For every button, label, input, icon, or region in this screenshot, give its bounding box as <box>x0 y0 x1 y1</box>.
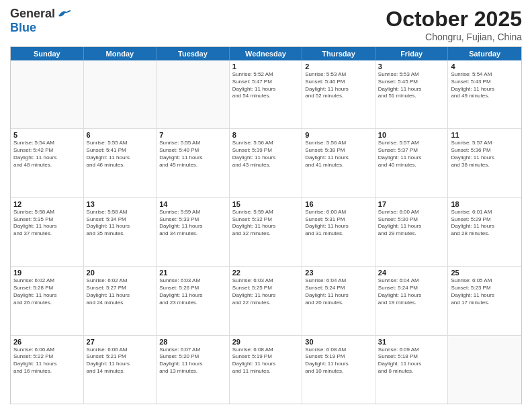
day-info: Sunrise: 6:06 AM Sunset: 5:22 PM Dayligh… <box>13 347 81 375</box>
calendar-day-cell: 1Sunrise: 5:52 AM Sunset: 5:47 PM Daylig… <box>230 60 303 128</box>
calendar-day-cell: 25Sunrise: 6:05 AM Sunset: 5:23 PM Dayli… <box>448 267 521 334</box>
calendar-day-cell: 26Sunrise: 6:06 AM Sunset: 5:22 PM Dayli… <box>11 336 84 404</box>
day-info: Sunrise: 6:06 AM Sunset: 5:21 PM Dayligh… <box>87 347 154 375</box>
day-info: Sunrise: 5:56 AM Sunset: 5:38 PM Dayligh… <box>305 140 372 169</box>
day-number: 16 <box>305 200 372 208</box>
calendar-day-cell: 22Sunrise: 6:03 AM Sunset: 5:25 PM Dayli… <box>230 267 303 334</box>
calendar-day-cell: 24Sunrise: 6:04 AM Sunset: 5:24 PM Dayli… <box>375 267 449 334</box>
calendar-day-cell: 2Sunrise: 5:53 AM Sunset: 5:46 PM Daylig… <box>302 60 375 128</box>
day-number: 27 <box>87 338 154 346</box>
day-number: 10 <box>378 131 445 139</box>
calendar-location: Chongru, Fujian, China <box>386 32 522 42</box>
calendar-week-row: 5Sunrise: 5:54 AM Sunset: 5:42 PM Daylig… <box>11 129 521 197</box>
day-info: Sunrise: 6:08 AM Sunset: 5:19 PM Dayligh… <box>232 347 300 375</box>
day-number: 30 <box>305 338 372 346</box>
day-info: Sunrise: 5:57 AM Sunset: 5:36 PM Dayligh… <box>451 140 519 169</box>
calendar-page: General Blue October 2025 Chongru, Fujia… <box>0 0 532 411</box>
calendar-day-cell: 5Sunrise: 5:54 AM Sunset: 5:42 PM Daylig… <box>11 129 84 197</box>
day-number: 5 <box>13 131 81 139</box>
weekday-header: Sunday <box>11 47 84 60</box>
calendar-day-cell: 7Sunrise: 5:55 AM Sunset: 5:40 PM Daylig… <box>157 129 230 197</box>
day-number: 4 <box>451 62 519 71</box>
calendar-day-cell: 12Sunrise: 5:58 AM Sunset: 5:35 PM Dayli… <box>11 198 84 266</box>
day-number: 12 <box>13 200 81 208</box>
calendar-day-cell: 21Sunrise: 6:03 AM Sunset: 5:26 PM Dayli… <box>157 267 230 334</box>
calendar-header-row: SundayMondayTuesdayWednesdayThursdayFrid… <box>11 47 521 60</box>
calendar-week-row: 19Sunrise: 6:02 AM Sunset: 5:28 PM Dayli… <box>11 267 521 335</box>
calendar-day-cell: 10Sunrise: 5:57 AM Sunset: 5:37 PM Dayli… <box>375 129 449 197</box>
day-number: 13 <box>87 200 154 208</box>
calendar-day-cell: 30Sunrise: 6:08 AM Sunset: 5:19 PM Dayli… <box>302 336 375 404</box>
day-number: 14 <box>159 200 226 208</box>
day-number: 2 <box>305 62 372 71</box>
weekday-header: Thursday <box>302 47 375 60</box>
calendar-week-row: 26Sunrise: 6:06 AM Sunset: 5:22 PM Dayli… <box>11 336 521 404</box>
day-number: 31 <box>378 338 445 346</box>
day-info: Sunrise: 5:52 AM Sunset: 5:47 PM Dayligh… <box>232 71 300 100</box>
weekday-header: Saturday <box>448 47 521 60</box>
day-info: Sunrise: 6:07 AM Sunset: 5:20 PM Dayligh… <box>159 347 226 375</box>
logo: General Blue <box>10 7 72 35</box>
calendar-day-cell <box>84 60 157 128</box>
day-info: Sunrise: 5:57 AM Sunset: 5:37 PM Dayligh… <box>378 140 445 169</box>
calendar-day-cell: 11Sunrise: 5:57 AM Sunset: 5:36 PM Dayli… <box>448 129 521 197</box>
day-number: 1 <box>232 62 300 71</box>
day-number: 23 <box>305 269 372 277</box>
calendar-week-row: 12Sunrise: 5:58 AM Sunset: 5:35 PM Dayli… <box>11 198 521 267</box>
calendar-body: 1Sunrise: 5:52 AM Sunset: 5:47 PM Daylig… <box>11 60 521 404</box>
day-number: 17 <box>378 200 445 208</box>
calendar-day-cell: 27Sunrise: 6:06 AM Sunset: 5:21 PM Dayli… <box>84 336 157 404</box>
calendar-day-cell: 28Sunrise: 6:07 AM Sunset: 5:20 PM Dayli… <box>157 336 230 404</box>
calendar-day-cell: 8Sunrise: 5:56 AM Sunset: 5:39 PM Daylig… <box>230 129 303 197</box>
day-number: 20 <box>87 269 154 277</box>
day-info: Sunrise: 6:04 AM Sunset: 5:24 PM Dayligh… <box>378 277 445 306</box>
logo-blue-text: Blue <box>10 21 36 34</box>
day-info: Sunrise: 6:05 AM Sunset: 5:23 PM Dayligh… <box>451 277 519 306</box>
day-number: 8 <box>232 131 300 139</box>
day-info: Sunrise: 5:59 AM Sunset: 5:33 PM Dayligh… <box>159 209 226 238</box>
calendar-day-cell: 31Sunrise: 6:09 AM Sunset: 5:18 PM Dayli… <box>375 336 449 404</box>
day-info: Sunrise: 5:53 AM Sunset: 5:45 PM Dayligh… <box>378 71 445 100</box>
day-info: Sunrise: 6:01 AM Sunset: 5:29 PM Dayligh… <box>451 209 519 238</box>
weekday-header: Friday <box>375 47 449 60</box>
calendar-day-cell: 4Sunrise: 5:54 AM Sunset: 5:43 PM Daylig… <box>448 60 521 128</box>
calendar-day-cell: 9Sunrise: 5:56 AM Sunset: 5:38 PM Daylig… <box>302 129 375 197</box>
day-number: 18 <box>451 200 519 208</box>
calendar-title: October 2025 <box>386 7 522 32</box>
calendar-day-cell <box>448 336 521 404</box>
calendar-day-cell: 23Sunrise: 6:04 AM Sunset: 5:24 PM Dayli… <box>302 267 375 334</box>
weekday-header: Wednesday <box>230 47 303 60</box>
day-info: Sunrise: 6:09 AM Sunset: 5:18 PM Dayligh… <box>378 347 445 375</box>
day-info: Sunrise: 6:03 AM Sunset: 5:25 PM Dayligh… <box>232 277 300 306</box>
calendar-day-cell: 18Sunrise: 6:01 AM Sunset: 5:29 PM Dayli… <box>448 198 521 266</box>
day-info: Sunrise: 5:58 AM Sunset: 5:34 PM Dayligh… <box>87 209 154 238</box>
calendar-day-cell: 19Sunrise: 6:02 AM Sunset: 5:28 PM Dayli… <box>11 267 84 334</box>
day-number: 19 <box>13 269 81 277</box>
day-number: 9 <box>305 131 372 139</box>
calendar-day-cell: 17Sunrise: 6:00 AM Sunset: 5:30 PM Dayli… <box>375 198 449 266</box>
weekday-header: Monday <box>84 47 157 60</box>
calendar-day-cell: 20Sunrise: 6:02 AM Sunset: 5:27 PM Dayli… <box>84 267 157 334</box>
day-info: Sunrise: 6:00 AM Sunset: 5:31 PM Dayligh… <box>305 209 372 238</box>
weekday-header: Tuesday <box>157 47 230 60</box>
day-info: Sunrise: 5:56 AM Sunset: 5:39 PM Dayligh… <box>232 140 300 169</box>
day-info: Sunrise: 6:00 AM Sunset: 5:30 PM Dayligh… <box>378 209 445 238</box>
day-info: Sunrise: 5:53 AM Sunset: 5:46 PM Dayligh… <box>305 71 372 100</box>
calendar-day-cell <box>157 60 230 128</box>
day-info: Sunrise: 5:55 AM Sunset: 5:41 PM Dayligh… <box>87 140 154 169</box>
day-number: 6 <box>87 131 154 139</box>
calendar-day-cell: 16Sunrise: 6:00 AM Sunset: 5:31 PM Dayli… <box>302 198 375 266</box>
day-info: Sunrise: 5:54 AM Sunset: 5:42 PM Dayligh… <box>13 140 81 169</box>
calendar-day-cell: 14Sunrise: 5:59 AM Sunset: 5:33 PM Dayli… <box>157 198 230 266</box>
day-info: Sunrise: 5:55 AM Sunset: 5:40 PM Dayligh… <box>159 140 226 169</box>
day-number: 3 <box>378 62 445 71</box>
day-info: Sunrise: 6:02 AM Sunset: 5:28 PM Dayligh… <box>13 277 81 306</box>
page-header: General Blue October 2025 Chongru, Fujia… <box>10 7 522 42</box>
day-info: Sunrise: 6:08 AM Sunset: 5:19 PM Dayligh… <box>305 347 372 375</box>
day-info: Sunrise: 5:58 AM Sunset: 5:35 PM Dayligh… <box>13 209 81 238</box>
day-info: Sunrise: 6:04 AM Sunset: 5:24 PM Dayligh… <box>305 277 372 306</box>
calendar-day-cell <box>11 60 84 128</box>
day-number: 28 <box>159 338 226 346</box>
day-number: 21 <box>159 269 226 277</box>
logo-general-text: General <box>10 7 55 21</box>
